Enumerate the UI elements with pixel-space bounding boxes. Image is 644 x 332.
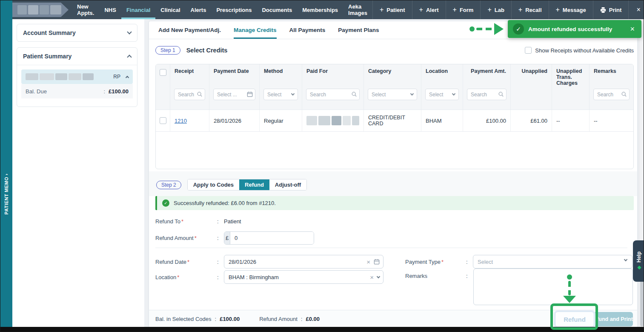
- col-payment-amt: Payment Amt.: [463, 64, 511, 88]
- calendar-icon[interactable]: [374, 259, 380, 265]
- method-filter-select[interactable]: Select: [263, 89, 298, 100]
- refund-success-banner: ✓ Successfully refunded: £6.00 from #121…: [155, 196, 634, 210]
- col-category: Category: [364, 64, 421, 88]
- nav-tab-financial[interactable]: Financial: [121, 0, 155, 19]
- add-message-button[interactable]: +Message: [549, 0, 593, 19]
- cell-payment-date: 28/01/2026: [209, 110, 260, 131]
- col-unapplied: Unapplied: [511, 64, 552, 88]
- payment-amt-filter-input[interactable]: [467, 89, 507, 100]
- remarks-textarea[interactable]: [473, 268, 633, 305]
- success-check-icon: ✓: [513, 23, 524, 35]
- chevron-down-icon: [377, 275, 380, 278]
- add-form-button[interactable]: +Form: [446, 0, 481, 19]
- patient-relationship-badge: RP: [113, 74, 120, 80]
- patient-row[interactable]: RP: [21, 69, 133, 84]
- tab-add-new-payment[interactable]: Add New Payment/Adj.: [158, 21, 221, 39]
- window-bottom-edge: [0, 327, 644, 332]
- toast-notification: ✓ Amount refunded successfully ×: [508, 20, 641, 38]
- redacted-block: [352, 116, 359, 125]
- refund-to-value: Patient: [224, 218, 241, 225]
- clear-icon[interactable]: ×: [370, 274, 374, 280]
- chevron-down-icon: [127, 29, 132, 34]
- redacted-block: [332, 116, 341, 125]
- location-select[interactable]: BHAM : Birmingham ×: [224, 270, 384, 284]
- bal-selected-label: Bal. in Selected Codes: [155, 316, 212, 322]
- tab-refund[interactable]: Refund: [239, 179, 269, 190]
- row-checkbox[interactable]: [160, 117, 166, 124]
- nav-tab-clinical[interactable]: Clinical: [155, 0, 185, 19]
- plus-icon: +: [518, 6, 522, 13]
- add-lab-button[interactable]: +Lab: [480, 0, 511, 19]
- toast-close-icon[interactable]: ×: [628, 25, 636, 34]
- payment-type-select[interactable]: Select: [473, 255, 633, 268]
- paid-for-filter-input[interactable]: [306, 89, 360, 100]
- tab-all-payments[interactable]: All Payments: [289, 21, 326, 39]
- chevron-down-icon: [410, 92, 414, 95]
- redacted-name-block: [17, 5, 27, 14]
- nav-tab-alerts[interactable]: Alerts: [186, 0, 212, 19]
- footer-refund-amount-label: Refund Amount: [259, 316, 298, 322]
- col-paid-for: Paid For: [302, 64, 364, 88]
- close-window-button[interactable]: ×: [628, 0, 644, 19]
- clear-icon[interactable]: ×: [366, 259, 370, 265]
- print-button[interactable]: Print: [593, 0, 629, 19]
- tab-apply-to-codes[interactable]: Apply to Codes: [188, 179, 239, 190]
- add-alert-button[interactable]: +Alert: [412, 0, 446, 19]
- cell-category: CREDIT/DEBIT CARD: [364, 110, 421, 131]
- patient-memo-strip: PATIENT MEMO ›: [0, 19, 12, 327]
- currency-prefix: £: [224, 232, 230, 244]
- cell-method: Regular: [260, 110, 302, 131]
- patient-memo-tab[interactable]: PATIENT MEMO ›: [0, 156, 12, 232]
- tab-payment-plans[interactable]: Payment Plans: [338, 21, 379, 39]
- add-recall-button[interactable]: +Recall: [511, 0, 549, 19]
- help-tab[interactable]: ◆Help: [633, 240, 644, 282]
- location-label: Location: [155, 274, 176, 280]
- account-summary-header[interactable]: Account Summary: [17, 24, 137, 41]
- remarks-filter-input[interactable]: [593, 89, 630, 100]
- step1-row: Step 1 Select Credits Show Receipts with…: [155, 46, 634, 55]
- plus-icon: +: [380, 6, 384, 13]
- nav-tab-memberships[interactable]: Memberships: [297, 0, 343, 19]
- chevron-up-icon: [127, 55, 132, 59]
- annotation-highlight-box: [550, 303, 598, 330]
- patient-summary-body: RP Bal. Due : £100.00: [17, 65, 137, 103]
- patient-summary-header[interactable]: Patient Summary: [17, 48, 137, 65]
- nav-actions: +Patient +Alert +Form +Lab +Recall +Mess…: [372, 0, 644, 19]
- refund-amount-input[interactable]: [230, 232, 314, 244]
- nav-tab-documents[interactable]: Documents: [257, 0, 297, 19]
- nav-tab-new-appts[interactable]: New Appts.: [72, 0, 99, 19]
- add-patient-button[interactable]: +Patient: [372, 0, 412, 19]
- receipt-filter-input[interactable]: [174, 89, 205, 100]
- chevron-down-icon: [452, 92, 455, 95]
- table-header: Receipt Payment Date Method Paid For Cat…: [156, 64, 633, 110]
- form-divider: [155, 248, 627, 248]
- nav-tab-aeka-images[interactable]: Aeka Images: [343, 0, 372, 19]
- select-all-checkbox[interactable]: [160, 69, 166, 76]
- top-navigation: New Appts. NHS Financial Clinical Alerts…: [0, 0, 644, 19]
- step2-segmented-control: Apply to Codes Refund Adjust-off: [187, 179, 307, 191]
- app-window: New Appts. NHS Financial Clinical Alerts…: [0, 0, 644, 332]
- left-sidebar: Account Summary Patient Summary RP: [12, 19, 144, 327]
- location-filter-select[interactable]: Select: [425, 89, 459, 100]
- nav-tab-nhs[interactable]: NHS: [99, 0, 121, 19]
- refund-amount-input-group: £: [224, 231, 314, 245]
- refund-date-input[interactable]: 28/01/2026 ×: [224, 255, 384, 268]
- redacted-name-block: [50, 5, 61, 14]
- tab-manage-credits[interactable]: Manage Credits: [234, 21, 277, 39]
- redacted-block: [318, 116, 330, 125]
- toast-message: Amount refunded successfully: [528, 26, 624, 32]
- remarks-label-row: Remarks :: [405, 273, 473, 279]
- payment-date-filter[interactable]: [213, 89, 255, 100]
- help-diamond-icon: ◆: [636, 265, 641, 271]
- table-row[interactable]: 1210 28/01/2026 Regular CREDIT/DEBIT CAR…: [156, 110, 633, 132]
- annotation-arrow-dashes: [568, 281, 571, 295]
- chevron-down-icon: [624, 258, 627, 261]
- receipt-link[interactable]: 1210: [175, 118, 187, 124]
- category-filter-select[interactable]: Select: [368, 89, 417, 100]
- tab-adjust-off[interactable]: Adjust-off: [269, 179, 306, 190]
- cell-unapplied: £61.00: [511, 110, 552, 131]
- show-receipts-checkbox[interactable]: [525, 47, 532, 54]
- nav-tab-prescriptions[interactable]: Prescriptions: [211, 0, 257, 19]
- cell-location: BHAM: [421, 110, 463, 131]
- show-receipts-label: Show Receipts without Available Credits: [535, 47, 634, 54]
